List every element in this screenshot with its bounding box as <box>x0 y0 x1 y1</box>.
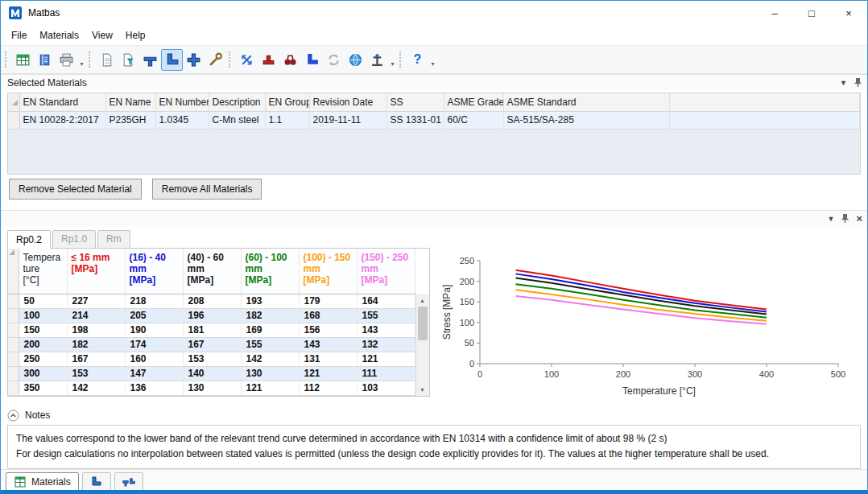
row-selector[interactable] <box>8 308 19 323</box>
grid-cell[interactable]: 174 <box>125 337 183 352</box>
grid-cell[interactable]: 136 <box>125 381 183 395</box>
grid-col-temperature[interactable]: Temperature[°C] <box>19 249 67 294</box>
grid-cell[interactable]: 182 <box>67 337 125 352</box>
grid-cell[interactable]: 130 <box>183 381 241 395</box>
grid-cell[interactable]: 143 <box>299 337 357 352</box>
grid-cell[interactable]: 132 <box>357 337 415 352</box>
mat-col-en-name[interactable]: EN Name <box>105 93 155 111</box>
scroll-up-icon[interactable]: ▲ <box>416 294 429 307</box>
grid-corner[interactable] <box>8 249 19 294</box>
grid-cell[interactable]: 112 <box>299 381 357 395</box>
material-cell[interactable]: 60/C <box>444 111 503 129</box>
refresh-icon[interactable] <box>323 49 345 71</box>
menu-view[interactable]: View <box>85 27 119 44</box>
remove-all-materials-button[interactable]: Remove All Materials <box>152 179 262 200</box>
row-selector[interactable] <box>8 352 19 366</box>
grid-cell[interactable]: 121 <box>357 352 415 366</box>
grid-cell[interactable]: 153 <box>67 366 125 381</box>
scroll-thumb[interactable] <box>418 307 428 340</box>
minimize-button[interactable]: – <box>756 1 793 25</box>
material-cell[interactable]: 2019-11-11 <box>309 111 386 129</box>
mat-col-description[interactable]: Description <box>209 93 265 111</box>
bottom-tab-fittings-group[interactable] <box>114 472 143 492</box>
grid-row[interactable]: 150198190181169156143 <box>8 323 415 337</box>
maximize-button[interactable]: □ <box>793 1 830 25</box>
grid-cell[interactable]: 156 <box>299 323 357 337</box>
grid-row[interactable]: 100214205196182168155 <box>8 308 415 323</box>
pin-icon[interactable] <box>841 213 849 224</box>
material-cell[interactable]: EN 10028-2:2017 <box>19 111 105 129</box>
arrows-cross-icon[interactable] <box>236 49 258 71</box>
grid-cell[interactable]: 193 <box>241 294 299 308</box>
report-book-icon[interactable] <box>34 49 56 71</box>
menu-materials[interactable]: Materials <box>33 27 85 44</box>
print-icon[interactable] <box>56 49 77 71</box>
toolbar-grip[interactable] <box>399 51 403 68</box>
grid-cell[interactable]: 111 <box>357 366 415 381</box>
toolbar-overflow-icon[interactable]: ▾ <box>77 60 86 72</box>
grid-cell[interactable]: 208 <box>183 294 241 308</box>
tab-rp0-2[interactable]: Rp0.2 <box>7 230 51 249</box>
toolbar-grip[interactable] <box>89 51 92 68</box>
grid-cell[interactable]: 160 <box>125 352 183 366</box>
red-fitting-icon[interactable] <box>258 49 279 71</box>
material-cell[interactable]: SS 1331-01 <box>386 111 444 129</box>
collapse-notes-icon[interactable] <box>7 410 19 422</box>
mat-col-asme-standard[interactable]: ASME Standard <box>503 93 669 111</box>
material-cell[interactable]: 1.1 <box>265 111 309 129</box>
export-table-icon[interactable] <box>12 49 34 71</box>
grid-cell[interactable]: 181 <box>183 323 241 337</box>
toolbar-overflow-icon[interactable]: ▾ <box>428 60 437 72</box>
panel-options-icon[interactable]: ▼ <box>840 79 847 87</box>
grid-cell[interactable]: 182 <box>241 308 299 323</box>
fitting-tee-icon[interactable] <box>139 49 161 71</box>
grid-cell[interactable]: 153 <box>183 352 241 366</box>
toolbar-grip[interactable] <box>5 51 8 68</box>
grid-cell[interactable]: 218 <box>125 294 183 308</box>
grid-cell[interactable]: 50 <box>19 294 67 308</box>
row-selector[interactable] <box>8 381 19 395</box>
bottom-tab-materials[interactable]: Materials <box>6 472 79 492</box>
grid-cell[interactable]: 168 <box>299 308 357 323</box>
grid-cell[interactable]: 250 <box>19 352 67 366</box>
panel-close-icon[interactable]: × <box>856 213 862 224</box>
grid-cell[interactable]: 142 <box>241 352 299 366</box>
mat-col-revision-date[interactable]: Revision Date <box>309 93 386 111</box>
grid-cell[interactable]: 155 <box>357 308 415 323</box>
row-selector[interactable] <box>8 323 19 337</box>
grid-row[interactable]: 250167160153142131121 <box>8 352 415 366</box>
grid-cell[interactable]: 121 <box>241 381 299 395</box>
grid-cell[interactable]: 196 <box>183 308 241 323</box>
pipe-elbow-icon[interactable] <box>301 49 323 71</box>
wrench-icon[interactable] <box>205 49 226 71</box>
grid-row[interactable]: 350142136130121112103 <box>8 381 415 395</box>
mat-col-en-number[interactable]: EN Number <box>155 93 209 111</box>
grid-cell[interactable]: 103 <box>357 381 415 395</box>
grid-cell[interactable]: 147 <box>125 366 183 381</box>
grid-cell[interactable]: 179 <box>299 294 357 308</box>
grid-cell[interactable]: 227 <box>67 294 125 308</box>
row-selector[interactable] <box>8 294 19 308</box>
grid-cell[interactable]: 198 <box>67 323 125 337</box>
menu-help[interactable]: Help <box>119 27 152 44</box>
binoculars-icon[interactable] <box>279 49 301 71</box>
grid-cell[interactable]: 121 <box>299 366 357 381</box>
material-cell[interactable]: SA-515/SA-285 <box>503 111 669 129</box>
grid-cell[interactable]: 205 <box>125 308 183 323</box>
grid-cell[interactable]: 155 <box>241 337 299 352</box>
scroll-track[interactable] <box>416 307 429 384</box>
material-cell[interactable]: P235GH <box>105 111 155 129</box>
bottom-tab-fitting[interactable] <box>82 472 111 492</box>
grid-cell[interactable]: 150 <box>19 323 67 337</box>
grid-row[interactable]: 300153147140130121111 <box>8 366 415 381</box>
new-page-icon[interactable] <box>96 49 118 71</box>
toolbar-grip[interactable] <box>229 51 232 68</box>
tab-rp1-0[interactable]: Rp1.0 <box>52 230 96 248</box>
grid-scrollbar[interactable]: ▲ ▼ <box>415 294 429 396</box>
grid-cell[interactable]: 167 <box>67 352 125 366</box>
mat-col-en-group[interactable]: EN Group <box>265 93 309 111</box>
grid-col-60-100-mm[interactable]: (60) - 100 mm[MPa] <box>241 249 299 294</box>
grid-col-150-250-mm[interactable]: (150) - 250 mm[MPa] <box>357 249 415 294</box>
toolbar-overflow-icon[interactable]: ▾ <box>388 60 397 72</box>
globe-icon[interactable] <box>345 49 366 71</box>
